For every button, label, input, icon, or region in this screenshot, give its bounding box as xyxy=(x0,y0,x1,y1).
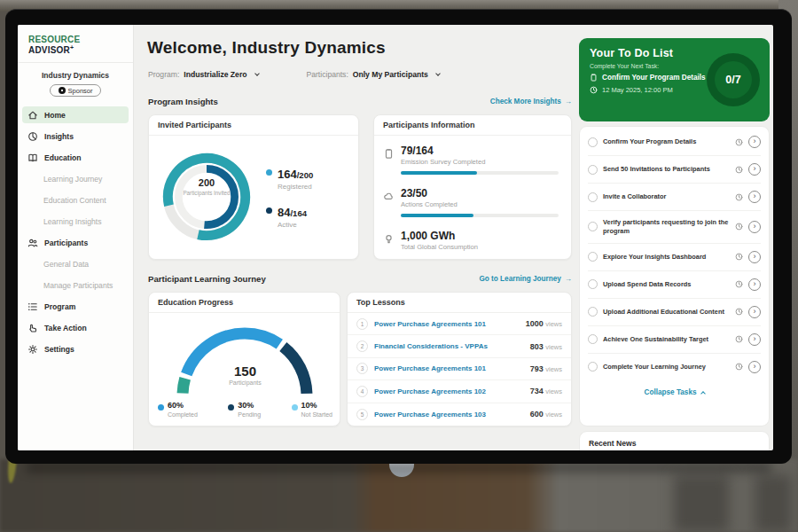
page-title: Welcome, Industry Dynamics xyxy=(147,38,386,58)
task-row[interactable]: Confirm Your Program Details xyxy=(588,129,761,156)
clock-icon xyxy=(735,166,743,174)
go-to-learning-journey-link[interactable]: Go to Learning Journey xyxy=(479,275,572,283)
clock-icon xyxy=(735,335,743,343)
sidebar-item-learning-journey[interactable]: Learning Journey xyxy=(22,170,129,187)
participants-filter-value[interactable]: Only My Participants xyxy=(353,70,428,79)
chevron-right-icon[interactable] xyxy=(748,306,761,318)
chevron-right-icon[interactable] xyxy=(748,136,761,148)
clock-icon xyxy=(735,193,743,201)
task-row[interactable]: Upload Spend Data Records xyxy=(588,271,761,299)
sidebar-item-insights[interactable]: Insights xyxy=(22,128,129,145)
sidebar-item-label: Manage Participants xyxy=(43,281,113,290)
legend-pending: 30% Pending xyxy=(228,401,261,418)
lesson-link[interactable]: Power Purchase Agreements 103 xyxy=(374,411,530,419)
lesson-link[interactable]: Power Purchase Agreements 102 xyxy=(374,387,530,395)
views-label: views xyxy=(545,411,562,419)
task-row[interactable]: Send 50 Invitations to Participants xyxy=(588,156,761,184)
todo-tasks-card: Confirm Your Program Details Send 50 Inv… xyxy=(579,126,770,426)
recent-news-heading: Recent News xyxy=(589,439,760,448)
participants-information-card: Participants Information 79/164 Emission… xyxy=(373,114,572,260)
views-count: 734 xyxy=(530,387,544,395)
sidebar-item-program[interactable]: Program xyxy=(22,298,129,315)
stat-value: 79/164 xyxy=(401,145,562,157)
card-title: Invited Participants xyxy=(149,115,358,136)
legend-dot-completed xyxy=(158,404,164,411)
sidebar-item-education-content[interactable]: Education Content xyxy=(22,192,129,208)
lesson-row: 1 Power Purchase Agreements 101 1000 vie… xyxy=(348,313,571,335)
task-checkbox[interactable] xyxy=(588,165,598,175)
gear-icon xyxy=(27,344,38,355)
task-checkbox[interactable] xyxy=(588,279,598,289)
sidebar-item-learning-insights[interactable]: Learning Insights xyxy=(22,213,129,230)
stat-value: 1,000 GWh xyxy=(401,230,562,242)
lesson-link[interactable]: Financial Considerations - VPPAs xyxy=(374,342,530,350)
task-row[interactable]: Verify participants requesting to join t… xyxy=(588,211,761,244)
chevron-right-icon[interactable] xyxy=(748,221,761,233)
todo-due: 12 May 2025, 12:00 PM xyxy=(602,86,673,94)
progress-fill xyxy=(401,171,477,175)
sidebar-item-label: Learning Insights xyxy=(43,217,101,226)
lesson-link[interactable]: Power Purchase Agreements 101 xyxy=(374,320,526,328)
legend-dot-active xyxy=(266,207,272,214)
chevron-down-icon[interactable] xyxy=(435,71,441,76)
views-label: views xyxy=(545,365,562,373)
chevron-down-icon[interactable] xyxy=(254,71,260,76)
task-checkbox[interactable] xyxy=(588,252,598,262)
task-checkbox[interactable] xyxy=(588,334,598,344)
legend-not-started: 10% Not Started xyxy=(292,401,332,418)
sidebar-item-manage-participants[interactable]: Manage Participants xyxy=(22,277,129,293)
sidebar-item-label: Education Content xyxy=(43,196,106,205)
views-label: views xyxy=(545,320,562,328)
task-checkbox[interactable] xyxy=(588,307,598,317)
home-icon xyxy=(27,110,38,121)
task-checkbox[interactable] xyxy=(588,222,598,231)
sidebar-item-home[interactable]: Home xyxy=(22,106,129,123)
sidebar-item-take-action[interactable]: Take Action xyxy=(22,319,129,336)
views-count: 803 xyxy=(530,342,544,351)
sidebar-item-settings[interactable]: Settings xyxy=(22,340,129,357)
stat-actions: 23/50 Actions Completed xyxy=(383,187,562,217)
task-checkbox[interactable] xyxy=(588,192,598,202)
program-filter-value[interactable]: Industrialize Zero xyxy=(184,70,246,79)
task-row[interactable]: Achieve One Sustainability Target xyxy=(588,326,761,354)
sidebar-item-education[interactable]: Education xyxy=(22,149,129,166)
task-label: Complete Your Learning Journey xyxy=(603,363,730,372)
clock-icon xyxy=(735,253,743,261)
pending-label: Pending xyxy=(238,411,261,418)
lesson-row: 3 Power Purchase Agreements 101 793 view… xyxy=(348,358,571,380)
task-label: Upload Spend Data Records xyxy=(603,280,730,289)
legend-completed: 60% Completed xyxy=(158,401,198,418)
filter-bar: Program: Industrialize Zero Participants… xyxy=(148,70,440,79)
program-insights-heading: Program Insights xyxy=(148,97,218,106)
task-row[interactable]: Explore Your Insights Dashboard xyxy=(588,244,761,271)
sidebar-item-general-data[interactable]: General Data xyxy=(22,255,129,272)
sidebar-item-participants[interactable]: Participants xyxy=(22,234,129,251)
task-row[interactable]: Complete Your Learning Journey xyxy=(588,354,761,380)
card-title: Education Progress xyxy=(149,293,340,313)
task-checkbox[interactable] xyxy=(588,362,598,372)
lesson-rank: 3 xyxy=(356,363,368,374)
lesson-row: 2 Financial Considerations - VPPAs 803 v… xyxy=(348,335,571,357)
chevron-right-icon[interactable] xyxy=(748,361,761,373)
chevron-right-icon[interactable] xyxy=(748,191,761,203)
list-icon xyxy=(27,301,38,312)
chevron-right-icon[interactable] xyxy=(748,333,761,346)
education-progress-card: Education Progress 150 Participants 60% … xyxy=(148,292,340,426)
chevron-right-icon[interactable] xyxy=(748,251,761,263)
sidebar-item-label: Program xyxy=(44,302,75,311)
sidebar-item-label: General Data xyxy=(43,260,89,269)
collapse-tasks-link[interactable]: Collapse Tasks xyxy=(588,380,761,400)
task-label: Upload Additional Educational Content xyxy=(603,308,730,317)
task-row[interactable]: Invite a Collaborator xyxy=(588,184,761,211)
education-gauge-chart xyxy=(165,317,325,403)
sidebar-item-label: Settings xyxy=(44,345,74,354)
collapse-tasks-label: Collapse Tasks xyxy=(644,388,696,396)
task-checkbox[interactable] xyxy=(588,137,598,147)
task-row[interactable]: Upload Additional Educational Content xyxy=(588,299,761,326)
clock-icon xyxy=(590,86,598,94)
stat-value: 23/50 xyxy=(401,187,562,200)
lesson-link[interactable]: Power Purchase Agreements 101 xyxy=(374,364,530,372)
chevron-right-icon[interactable] xyxy=(748,278,761,291)
chevron-right-icon[interactable] xyxy=(748,163,761,176)
check-more-insights-link[interactable]: Check More Insights xyxy=(490,98,572,106)
